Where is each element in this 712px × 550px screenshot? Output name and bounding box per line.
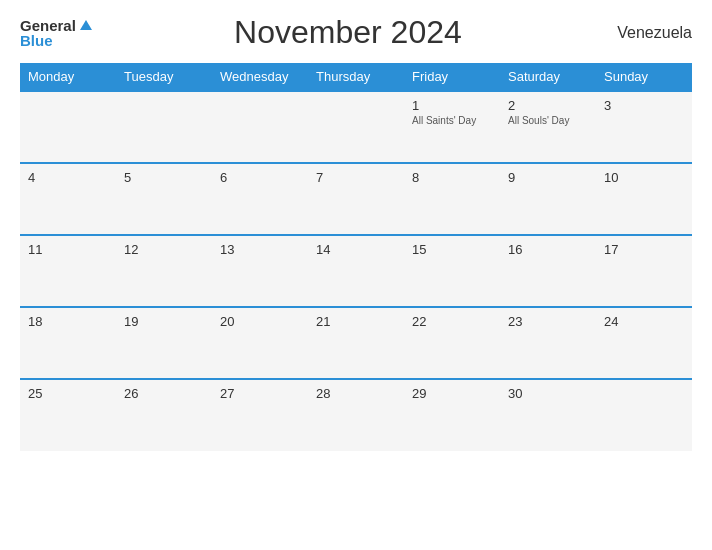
calendar-cell: 6 <box>212 163 308 235</box>
calendar-cell <box>596 379 692 451</box>
day-number: 4 <box>28 170 108 185</box>
calendar-cell <box>116 91 212 163</box>
holiday-label: All Souls' Day <box>508 115 588 126</box>
day-number: 26 <box>124 386 204 401</box>
calendar-cell: 23 <box>500 307 596 379</box>
calendar-cell <box>212 91 308 163</box>
logo-blue: Blue <box>20 33 53 48</box>
calendar-cell: 22 <box>404 307 500 379</box>
day-number: 15 <box>412 242 492 257</box>
calendar-cell: 19 <box>116 307 212 379</box>
calendar-cell: 26 <box>116 379 212 451</box>
day-number: 5 <box>124 170 204 185</box>
day-number: 11 <box>28 242 108 257</box>
calendar-cell: 17 <box>596 235 692 307</box>
calendar-cell: 2All Souls' Day <box>500 91 596 163</box>
day-number: 29 <box>412 386 492 401</box>
day-number: 28 <box>316 386 396 401</box>
day-number: 2 <box>508 98 588 113</box>
day-number: 24 <box>604 314 684 329</box>
calendar-cell: 9 <box>500 163 596 235</box>
col-tuesday: Tuesday <box>116 63 212 91</box>
calendar-cell: 14 <box>308 235 404 307</box>
logo: General Blue <box>20 18 94 48</box>
col-saturday: Saturday <box>500 63 596 91</box>
calendar-cell: 1All Saints' Day <box>404 91 500 163</box>
col-friday: Friday <box>404 63 500 91</box>
calendar-cell: 30 <box>500 379 596 451</box>
day-number: 14 <box>316 242 396 257</box>
calendar-cell: 3 <box>596 91 692 163</box>
calendar-cell: 27 <box>212 379 308 451</box>
calendar-cell: 18 <box>20 307 116 379</box>
logo-general: General <box>20 18 76 33</box>
holiday-label: All Saints' Day <box>412 115 492 126</box>
calendar-body: 1All Saints' Day2All Souls' Day345678910… <box>20 91 692 451</box>
calendar-title: November 2024 <box>94 14 602 51</box>
calendar-cell: 20 <box>212 307 308 379</box>
day-number: 19 <box>124 314 204 329</box>
day-number: 12 <box>124 242 204 257</box>
calendar-cell: 15 <box>404 235 500 307</box>
calendar-cell: 28 <box>308 379 404 451</box>
calendar-cell <box>20 91 116 163</box>
day-number: 7 <box>316 170 396 185</box>
calendar-cell: 10 <box>596 163 692 235</box>
col-sunday: Sunday <box>596 63 692 91</box>
col-thursday: Thursday <box>308 63 404 91</box>
col-wednesday: Wednesday <box>212 63 308 91</box>
day-number: 27 <box>220 386 300 401</box>
day-number: 17 <box>604 242 684 257</box>
day-number: 3 <box>604 98 684 113</box>
day-number: 18 <box>28 314 108 329</box>
col-monday: Monday <box>20 63 116 91</box>
day-number: 6 <box>220 170 300 185</box>
calendar-cell: 24 <box>596 307 692 379</box>
calendar-cell: 29 <box>404 379 500 451</box>
calendar-cell: 8 <box>404 163 500 235</box>
calendar-week-1: 1All Saints' Day2All Souls' Day3 <box>20 91 692 163</box>
day-number: 13 <box>220 242 300 257</box>
day-number: 30 <box>508 386 588 401</box>
calendar-cell: 4 <box>20 163 116 235</box>
day-number: 9 <box>508 170 588 185</box>
day-number: 1 <box>412 98 492 113</box>
calendar-week-2: 45678910 <box>20 163 692 235</box>
calendar-cell: 21 <box>308 307 404 379</box>
calendar-week-3: 11121314151617 <box>20 235 692 307</box>
calendar-week-5: 252627282930 <box>20 379 692 451</box>
calendar-cell: 13 <box>212 235 308 307</box>
day-number: 22 <box>412 314 492 329</box>
calendar-cell: 5 <box>116 163 212 235</box>
day-number: 20 <box>220 314 300 329</box>
day-number: 21 <box>316 314 396 329</box>
country-label: Venezuela <box>602 24 692 42</box>
calendar-header-row: Monday Tuesday Wednesday Thursday Friday… <box>20 63 692 91</box>
calendar-week-4: 18192021222324 <box>20 307 692 379</box>
day-number: 8 <box>412 170 492 185</box>
calendar-cell: 16 <box>500 235 596 307</box>
day-number: 25 <box>28 386 108 401</box>
calendar-table: Monday Tuesday Wednesday Thursday Friday… <box>20 63 692 451</box>
calendar-header: General Blue November 2024 Venezuela <box>20 10 692 55</box>
day-number: 23 <box>508 314 588 329</box>
calendar-cell: 12 <box>116 235 212 307</box>
day-number: 10 <box>604 170 684 185</box>
calendar-cell: 25 <box>20 379 116 451</box>
calendar-cell: 7 <box>308 163 404 235</box>
day-number: 16 <box>508 242 588 257</box>
calendar-cell: 11 <box>20 235 116 307</box>
calendar-cell <box>308 91 404 163</box>
